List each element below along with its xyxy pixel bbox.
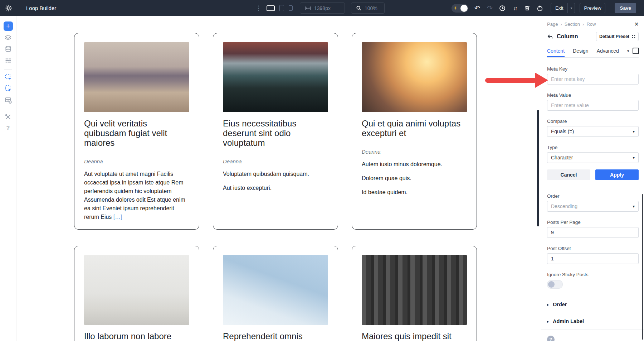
meta-key-input[interactable] (547, 74, 639, 85)
post-title[interactable]: Eius necessitatibus deserunt sint odio v… (223, 119, 328, 148)
trash-icon (524, 5, 530, 11)
breadcrumb: Page › Section › Row × (547, 21, 639, 27)
breakpoints-menu-icon[interactable]: ⋮ (255, 4, 262, 12)
post-author: Deanna (84, 158, 189, 164)
annotation-arrow (485, 73, 548, 88)
breadcrumb-page[interactable]: Page (547, 21, 558, 27)
add-element-button[interactable]: + (4, 21, 13, 31)
trash-button[interactable] (524, 5, 531, 12)
select-container-icon (4, 85, 12, 92)
post-author: Deanna (223, 158, 328, 164)
posts-per-page-input[interactable] (547, 227, 639, 238)
default-preset-button[interactable]: Default Preset (596, 32, 639, 41)
layers-panel-button[interactable] (4, 33, 13, 42)
width-arrows-icon (305, 6, 311, 10)
theme-toggle[interactable]: ☀ (452, 4, 468, 13)
tab-content[interactable]: Content (547, 48, 565, 57)
post-card[interactable]: Qui velit veritatis quibusdam fugiat vel… (74, 33, 199, 230)
light-mode-sun-icon: ☀ (453, 5, 458, 11)
post-card[interactable]: Maiores quis impedit sit (352, 246, 477, 341)
panel-tabs: Content Design Advanced ▾ (547, 48, 639, 58)
save-button[interactable]: Save (615, 3, 636, 13)
sidebar-divider (4, 109, 12, 109)
tools-button[interactable] (4, 112, 13, 121)
post-image[interactable] (223, 42, 328, 112)
top-toolbar: Loop Builder ⋮ 1398px 100% ☀ ↶ ↷ (0, 0, 644, 16)
chevron-down-icon: ▾ (633, 129, 635, 134)
page-settings-button[interactable] (4, 56, 13, 65)
post-offset-input[interactable] (547, 253, 639, 264)
close-icon[interactable]: × (634, 21, 639, 27)
section-admin-label[interactable]: ▸ Admin Label (547, 313, 639, 330)
post-title[interactable]: Illo laborum non labore (84, 331, 189, 341)
compare-label: Compare (547, 119, 639, 124)
breadcrumb-row[interactable]: Row (586, 21, 596, 27)
post-image[interactable] (362, 42, 467, 112)
post-image[interactable] (84, 42, 189, 112)
order-select[interactable]: Descending ▾ (547, 201, 639, 212)
post-image[interactable] (362, 255, 467, 325)
undo-button[interactable]: ↶ (474, 5, 481, 12)
chevron-down-icon[interactable]: ▾ (627, 49, 629, 53)
post-title[interactable]: Reprehenderit omnis (223, 331, 328, 341)
power-button[interactable] (536, 5, 543, 12)
tab-extras: ▾ (627, 48, 639, 57)
canvas-width-control[interactable]: 1398px (300, 3, 345, 14)
post-author: Deanna (362, 149, 467, 155)
tab-design[interactable]: Design (573, 48, 589, 57)
app-title: Loop Builder (26, 5, 56, 11)
post-loop-grid: Qui velit veritatis quibusdam fugiat vel… (74, 33, 477, 341)
help-icon[interactable]: ? (547, 336, 555, 341)
desktop-breakpoint-icon[interactable] (267, 5, 275, 11)
select-section-button[interactable] (4, 72, 13, 82)
sidebar-divider (4, 69, 12, 69)
panel-scrollbar[interactable] (642, 194, 643, 340)
element-outline-icon[interactable] (633, 48, 639, 54)
structure-sort-button[interactable]: ↓↑ (511, 5, 518, 12)
type-label: Type (547, 145, 639, 150)
help-button[interactable]: ? (4, 124, 13, 133)
mobile-breakpoint-icon[interactable] (289, 5, 293, 11)
select-element-icon (4, 73, 12, 81)
type-select[interactable]: Character ▾ (547, 152, 639, 163)
zoom-control[interactable]: 100% (351, 3, 385, 14)
compare-select[interactable]: Equals (=) ▾ (547, 126, 639, 137)
meta-value-input[interactable] (547, 100, 639, 111)
tab-advanced[interactable]: Advanced (597, 48, 619, 57)
canvas-width-value: 1398px (314, 5, 331, 11)
post-title[interactable]: Maiores quis impedit sit (362, 331, 467, 341)
section-order[interactable]: ▸ Order (547, 296, 639, 313)
post-card[interactable]: Reprehenderit omnis (213, 246, 338, 341)
post-card[interactable]: Qui et quia animi voluptas excepturi et … (352, 33, 477, 230)
dynamic-data-button[interactable] (4, 44, 13, 54)
post-card[interactable]: Illo laborum non labore (74, 246, 199, 341)
toolbar-left: Loop Builder (5, 0, 56, 16)
read-more-link[interactable]: […] (113, 214, 122, 220)
apply-button[interactable]: Apply (595, 169, 639, 180)
exit-button[interactable]: Exit ▾ (551, 3, 575, 13)
preview-button[interactable]: Preview (580, 3, 605, 13)
redo-button[interactable]: ↷ (486, 5, 493, 12)
database-icon (5, 45, 12, 53)
post-title[interactable]: Qui et quia animi voluptas excepturi et (362, 119, 467, 138)
canvas-scrollbar[interactable] (537, 110, 539, 226)
tablet-breakpoint-icon[interactable] (279, 5, 284, 11)
post-image[interactable] (84, 255, 189, 325)
redo-icon: ↷ (487, 5, 493, 11)
exit-dropdown-caret[interactable]: ▾ (567, 3, 575, 13)
ignore-sticky-posts-toggle[interactable] (547, 280, 563, 289)
post-title[interactable]: Qui velit veritatis quibusdam fugiat vel… (84, 119, 189, 148)
element-settings-panel: Page › Section › Row × Column Default Pr… (541, 16, 644, 341)
select-container-button[interactable] (4, 84, 13, 93)
order-label: Order (547, 193, 639, 199)
history-button[interactable] (499, 5, 506, 12)
cancel-button[interactable]: Cancel (547, 169, 590, 180)
settings-gear-icon[interactable] (5, 5, 12, 12)
back-button[interactable] (547, 34, 553, 40)
post-card[interactable]: Eius necessitatibus deserunt sint odio v… (213, 33, 338, 230)
annotation-arrow-head (535, 73, 548, 88)
breadcrumb-section[interactable]: Section (565, 21, 580, 27)
templates-button[interactable] (4, 96, 13, 105)
chevron-down-icon: ▾ (633, 155, 635, 160)
post-image[interactable] (223, 255, 328, 325)
